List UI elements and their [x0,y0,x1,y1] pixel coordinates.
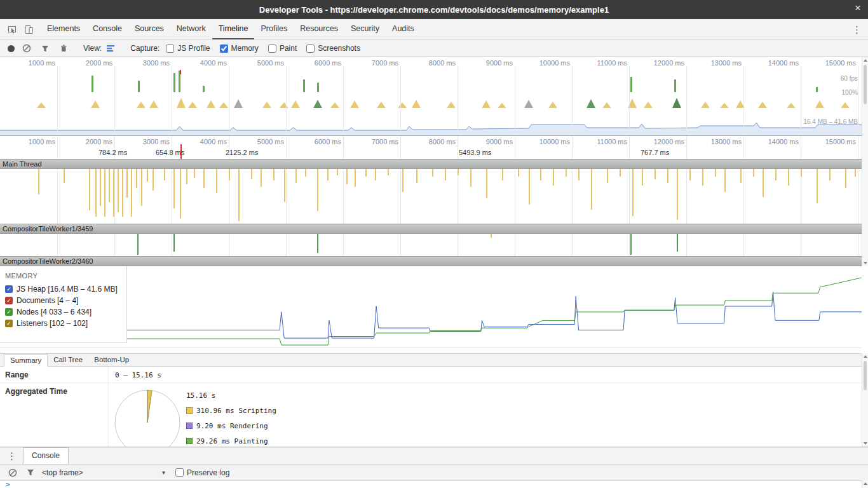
activity-bar[interactable] [677,169,678,220]
activity-bar[interactable] [173,234,175,252]
activity-bar[interactable] [317,234,318,253]
preserve-log-option[interactable]: Preserve log [175,468,229,477]
activity-bar[interactable] [186,169,187,184]
tab-security[interactable]: Security [344,19,386,39]
activity-bar[interactable] [829,169,831,180]
activity-bar[interactable] [229,169,230,180]
activity-bar[interactable] [788,169,789,186]
activity-bar[interactable] [194,169,195,178]
activity-bar[interactable] [458,169,459,175]
capture-js-profile[interactable]: JS Profile [166,44,210,53]
activity-bar[interactable] [724,169,726,192]
activity-bar[interactable] [470,169,471,187]
activity-bar[interactable] [566,169,567,177]
console-filter-icon[interactable] [25,468,36,478]
legend-checkbox[interactable]: ✓ [5,285,13,293]
capture-paint-checkbox[interactable] [268,44,276,53]
activity-bar[interactable] [284,169,285,202]
more-options-icon[interactable]: ⋮ [852,25,862,34]
inspect-element-icon[interactable] [4,22,20,37]
activity-bar[interactable] [416,169,417,183]
activity-bar[interactable] [180,169,181,219]
activity-bar[interactable] [89,169,90,210]
activity-bar[interactable] [216,169,217,193]
flame-scrollbar[interactable] [862,57,868,266]
activity-bar[interactable] [346,169,348,184]
record-button[interactable] [8,45,15,52]
activity-bar[interactable] [715,169,716,177]
tab-console[interactable]: Console [86,19,128,39]
drawer-menu-icon[interactable]: ⋮ [7,451,17,461]
activity-bar[interactable] [578,169,580,180]
activity-bar[interactable] [801,169,802,177]
scroll-down-icon[interactable] [864,442,867,445]
memory-legend-item[interactable]: ✓Documents [4 – 4] [0,295,126,306]
clear-recording-icon[interactable] [22,43,32,53]
summary-scrollbar[interactable] [862,353,868,447]
memory-legend-item[interactable]: ✓Listeners [102 – 102] [0,318,126,329]
activity-bar[interactable] [642,169,643,186]
activity-bar[interactable] [591,169,592,210]
activity-bar[interactable] [164,169,165,180]
activity-bar[interactable] [855,169,856,177]
activity-bar[interactable] [109,169,110,202]
activity-bar[interactable] [445,169,446,180]
close-icon[interactable]: × [855,3,861,13]
tab-network[interactable]: Network [170,19,212,39]
activity-bar[interactable] [432,169,433,177]
activity-bar[interactable] [740,169,742,183]
frame-context-select[interactable]: <top frame> ▾ [42,468,166,477]
detail-tab-bottom-up[interactable]: Bottom-Up [88,354,135,366]
activity-bar[interactable] [317,169,318,211]
activity-bar[interactable] [137,234,139,255]
activity-bar[interactable] [388,169,389,175]
scroll-down-icon[interactable] [864,262,867,264]
console-input-area[interactable]: > [0,481,868,488]
activity-bar[interactable] [141,169,142,206]
memory-legend-item[interactable]: ✓Nodes [4 033 – 6 434] [0,306,126,318]
activity-bar[interactable] [95,169,97,217]
activity-bar[interactable] [491,234,492,238]
activity-bar[interactable] [502,169,503,180]
activity-bar[interactable] [355,169,356,187]
flame-chart[interactable]: 1000 ms2000 ms3000 ms4000 ms5000 ms6000 … [0,136,862,266]
tab-profiles[interactable]: Profiles [254,19,294,39]
legend-checkbox[interactable]: ✓ [5,297,13,304]
track-header[interactable]: Main Thread [0,159,862,169]
activity-bar[interactable] [337,169,338,175]
capture-paint[interactable]: Paint [268,44,297,53]
activity-bar[interactable] [203,169,205,188]
tab-timeline[interactable]: Timeline [212,19,255,39]
capture-screenshots[interactable]: Screenshots [306,44,360,53]
activity-bar[interactable] [632,169,634,216]
capture-screenshots-checkbox[interactable] [306,44,315,53]
tab-sources[interactable]: Sources [128,19,170,39]
activity-bar[interactable] [153,169,154,191]
tab-resources[interactable]: Resources [294,19,344,39]
scroll-up-icon[interactable] [864,59,867,62]
preserve-log-checkbox[interactable] [175,468,184,477]
activity-bar[interactable] [131,169,132,217]
activity-bar[interactable] [553,169,554,186]
capture-memory-checkbox[interactable] [220,44,228,53]
activity-bar[interactable] [620,169,621,177]
memory-legend-item[interactable]: ✓JS Heap [16.4 MB – 41.6 MB] [0,283,126,295]
activity-bar[interactable] [677,234,678,252]
activity-bar[interactable] [100,169,101,206]
activity-bar[interactable] [305,169,306,177]
track-header[interactable]: CompositorTileWorker1/3459 [0,224,862,234]
activity-bar[interactable] [845,169,846,188]
activity-bar[interactable] [486,169,487,198]
memory-counters-chart[interactable]: MEMORY ✓JS Heap [16.4 MB – 41.6 MB]✓Docu… [0,266,862,348]
activity-bar[interactable] [402,169,403,192]
activity-bar[interactable] [261,169,262,187]
console-scrollbar[interactable] [862,480,868,488]
activity-bar[interactable] [702,169,703,186]
activity-bar[interactable] [667,169,668,183]
detail-tab-call-tree[interactable]: Call Tree [48,354,88,366]
tab-console[interactable]: Console [23,447,69,464]
timeline-overview[interactable]: 60 fps 100% 16.4 MB – 41.6 MB 1000 ms200… [0,57,862,136]
legend-checkbox[interactable]: ✓ [5,320,13,327]
activity-bar[interactable] [540,169,541,180]
scroll-thumb[interactable] [864,361,867,390]
